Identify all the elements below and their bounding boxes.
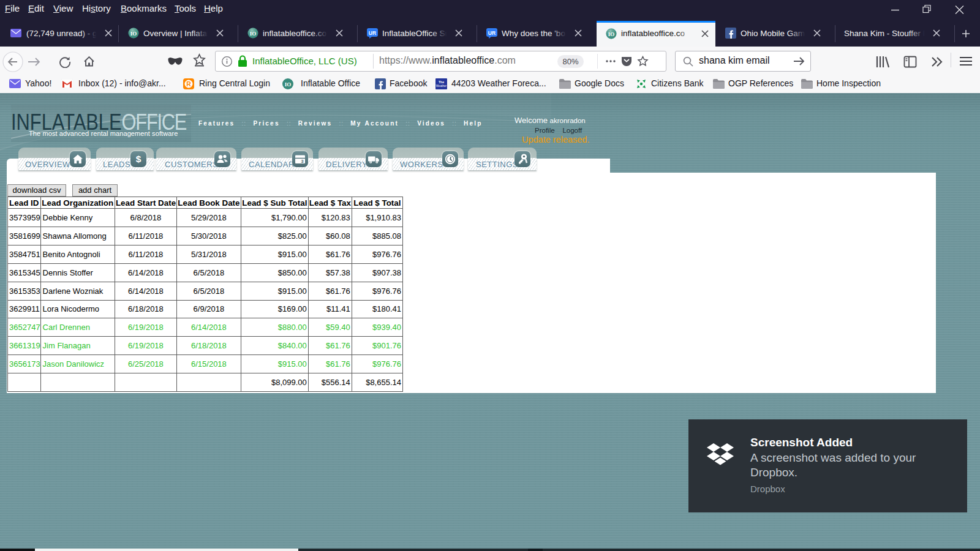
svg-text:$: $: [136, 154, 141, 164]
svg-text:Weather: Weather: [436, 84, 447, 88]
svg-text:3: 3: [301, 159, 304, 164]
svg-text:IO: IO: [285, 81, 292, 88]
svg-text:R: R: [186, 80, 191, 88]
svg-text:The: The: [439, 80, 444, 84]
